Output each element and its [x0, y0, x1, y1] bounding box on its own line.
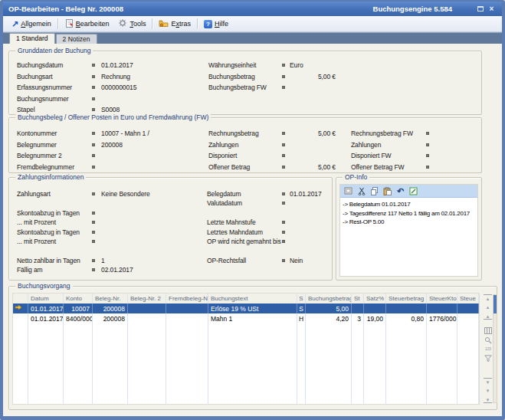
column-header[interactable]: Buchungsbetrag €	[306, 294, 352, 304]
paste-icon[interactable]	[382, 186, 392, 196]
last-row-icon[interactable]: ▾	[484, 396, 492, 403]
columns-icon[interactable]	[484, 327, 492, 334]
column-header[interactable]: Beleg-Nr. 2	[128, 294, 166, 304]
menu-label: Extras	[171, 20, 191, 28]
faellig-am-field[interactable]: 02.01.2017	[101, 266, 133, 274]
table-empty-area	[13, 323, 479, 404]
field-label: Rechnungsbetrag	[208, 130, 259, 137]
field-label: Buchungsnummer	[17, 95, 69, 103]
page-up-icon[interactable]: ▴	[484, 313, 492, 320]
menu-tools[interactable]: Tools	[113, 17, 150, 31]
buchungsdatum-field[interactable]: 01.01.2017	[101, 61, 133, 69]
cell-buchungstext: Mahn 1	[208, 313, 297, 323]
next-row-icon[interactable]: ▾	[484, 387, 492, 394]
field-label: OP-Rechtsfall	[207, 257, 246, 264]
waehrungseinheit-field[interactable]: Euro	[290, 61, 303, 69]
field-label: Erfassungsnummer	[17, 84, 72, 91]
buchungsbetrag-field[interactable]: 5,00 €	[285, 73, 336, 80]
column-header[interactable]: Steuerbetrag	[386, 294, 427, 304]
cell-steuerkto	[427, 304, 457, 313]
field-marker	[282, 259, 285, 262]
tab-standard[interactable]: 1 Standard	[9, 33, 55, 44]
cell-st	[352, 304, 364, 313]
filter-icon[interactable]	[484, 355, 492, 362]
select-frame-icon[interactable]	[343, 186, 353, 196]
edit-icon[interactable]	[408, 186, 418, 196]
belegdatum-field[interactable]: 01.01.2017	[290, 190, 322, 198]
copy-icon[interactable]	[369, 186, 379, 196]
field-label: Letztes Mahndatum	[207, 228, 263, 236]
column-header[interactable]: Konto	[64, 294, 93, 304]
buchungsvorgang-table: Datum Konto Beleg-Nr. Beleg-Nr. 2 Fremdb…	[12, 293, 480, 405]
restore-icon[interactable]	[475, 4, 485, 14]
offener-betrag-field[interactable]: 5,00 €	[285, 163, 336, 171]
field-marker	[282, 231, 285, 234]
stapel-field[interactable]: S0008	[101, 106, 120, 113]
menu-hilfe[interactable]: ? Hilfe	[199, 18, 233, 30]
op-info-line: -> Tagesdifferenz 117 Netto 1 fällig am …	[343, 209, 475, 218]
cell-konto: 10007	[64, 304, 93, 313]
prev-row-icon[interactable]: ▴	[484, 304, 492, 310]
row-marker-column	[13, 294, 28, 304]
cell-datum: 01.01.2017	[28, 304, 64, 313]
table-row[interactable]: 01.01.2017 8400/000 200008 Mahn 1 H 4,20…	[13, 313, 479, 323]
close-icon[interactable]: ×	[487, 4, 497, 14]
group-title: OP-Info	[343, 173, 369, 182]
column-header[interactable]: St	[352, 294, 364, 304]
undo-icon[interactable]: ↶	[395, 186, 405, 196]
table-scrollbar[interactable]	[493, 294, 497, 403]
column-header[interactable]: S	[297, 294, 306, 304]
zahlungsart-field[interactable]: Keine Besondere	[101, 190, 150, 198]
column-header[interactable]: Steue	[457, 294, 479, 304]
buchungsart-field[interactable]: Rechnung	[101, 73, 130, 80]
field-label: Fremdbelegnummer	[17, 163, 74, 171]
menu-bearbeiten[interactable]: Bearbeiten	[60, 17, 114, 31]
column-header[interactable]: Buchungstext	[208, 294, 297, 304]
cell-steuerbetrag: 0,80	[386, 313, 427, 323]
cell-fremdbeleg-nr	[166, 304, 208, 313]
field-label: ... mit Prozent	[17, 218, 56, 226]
tab-notizen[interactable]: 2 Notizen	[56, 34, 97, 44]
field-marker	[92, 132, 95, 135]
titlebar[interactable]: OP-Bearbeiten - Beleg Nr. 200008 Buchung…	[3, 2, 502, 16]
kontonummer-field[interactable]: 10007 - Mahn 1 /	[101, 130, 149, 137]
column-header[interactable]: Fremdbeleg-Nr.	[166, 294, 208, 304]
cut-icon[interactable]	[356, 186, 366, 196]
column-header[interactable]: Datum	[28, 294, 64, 304]
first-row-icon[interactable]: ▴	[484, 294, 492, 301]
field-marker	[92, 97, 95, 100]
cell-beleg-nr: 200008	[93, 313, 128, 323]
search-icon[interactable]	[484, 336, 492, 343]
cell-steuer2	[457, 313, 479, 323]
field-marker	[92, 192, 95, 195]
app-version: Buchungsengine 5.584	[373, 5, 452, 13]
rechnungsbetrag-field[interactable]: 5,00 €	[285, 130, 336, 137]
menu-separator	[152, 18, 152, 29]
field-marker	[92, 75, 95, 78]
group-buchungsbeleg: Buchungsbeleg / Offener Posten in Euro u…	[8, 117, 482, 173]
column-header[interactable]: Satz%	[364, 294, 386, 304]
column-header[interactable]: Beleg-Nr.	[93, 294, 128, 304]
cell-st: 3	[352, 313, 364, 323]
group-zahlungsinformationen: Zahlungsinformationen Zahlungsart Keine …	[8, 177, 333, 281]
field-marker	[426, 132, 429, 135]
erfassungsnummer-field[interactable]: 0000000015	[101, 84, 136, 91]
op-info-panel: ↶ -> Belegdatum 01.01.2017 -> Tagesdiffe…	[339, 184, 478, 277]
field-marker	[426, 143, 429, 146]
op-info-line: -> Belegdatum 01.01.2017	[343, 200, 475, 209]
belegnummer-field[interactable]: 200008	[101, 141, 123, 149]
record-count-icon[interactable]: 123	[484, 346, 492, 353]
table-row-selected[interactable]: 01.01.2017 10007 200008 Erlöse 19 % USt …	[13, 304, 479, 313]
menu-extras[interactable]: Extras	[154, 18, 195, 31]
op-rechtsfall-field[interactable]: Nein	[290, 257, 303, 264]
scrollbar-thumb[interactable]	[494, 295, 497, 313]
group-title: Buchungsvorgang	[15, 282, 73, 290]
row-marker-column	[13, 313, 28, 323]
column-header[interactable]: SteuerKto 1	[427, 294, 457, 304]
page-down-icon[interactable]: ▾	[484, 378, 492, 385]
menu-allgemein[interactable]: ↗ Allgemein	[7, 18, 56, 29]
field-marker	[92, 221, 95, 224]
cell-beleg-nr2	[128, 313, 166, 323]
netto-tage-field[interactable]: 1	[101, 257, 105, 264]
cell-beleg-nr2	[128, 304, 166, 313]
